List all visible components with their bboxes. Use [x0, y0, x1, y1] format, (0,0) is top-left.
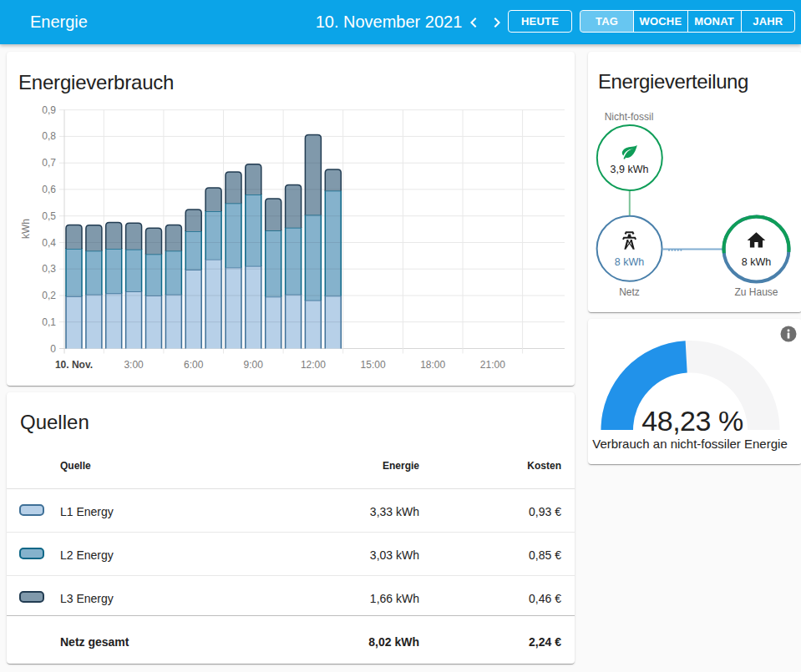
svg-text:18:00: 18:00	[420, 359, 445, 371]
svg-text:0,4: 0,4	[42, 237, 56, 249]
svg-text:0,9: 0,9	[42, 104, 56, 116]
svg-text:0,1: 0,1	[42, 316, 56, 328]
svg-text:kWh: kWh	[20, 219, 32, 239]
svg-text:10. Nov.: 10. Nov.	[55, 359, 93, 371]
svg-text:3:00: 3:00	[124, 359, 144, 371]
svg-text:9:00: 9:00	[244, 359, 264, 371]
svg-text:0,5: 0,5	[42, 210, 56, 222]
svg-text:Nicht-fossil: Nicht-fossil	[605, 111, 654, 123]
svg-text:6:00: 6:00	[184, 359, 204, 371]
svg-text:Netz: Netz	[619, 286, 640, 298]
svg-text:0,7: 0,7	[42, 157, 56, 169]
svg-text:8 kWh: 8 kWh	[615, 256, 644, 268]
svg-text:0,2: 0,2	[42, 290, 56, 301]
svg-text:0,8: 0,8	[42, 130, 56, 142]
svg-text:0,3: 0,3	[42, 263, 56, 275]
svg-text:21:00: 21:00	[480, 359, 505, 371]
svg-text:Zu Hause: Zu Hause	[734, 286, 778, 298]
svg-text:12:00: 12:00	[301, 359, 326, 371]
svg-text:3,9 kWh: 3,9 kWh	[611, 164, 649, 175]
svg-text:0: 0	[50, 343, 56, 355]
svg-text:8 kWh: 8 kWh	[742, 256, 771, 268]
svg-text:15:00: 15:00	[361, 359, 386, 371]
svg-text:0,6: 0,6	[42, 184, 56, 195]
